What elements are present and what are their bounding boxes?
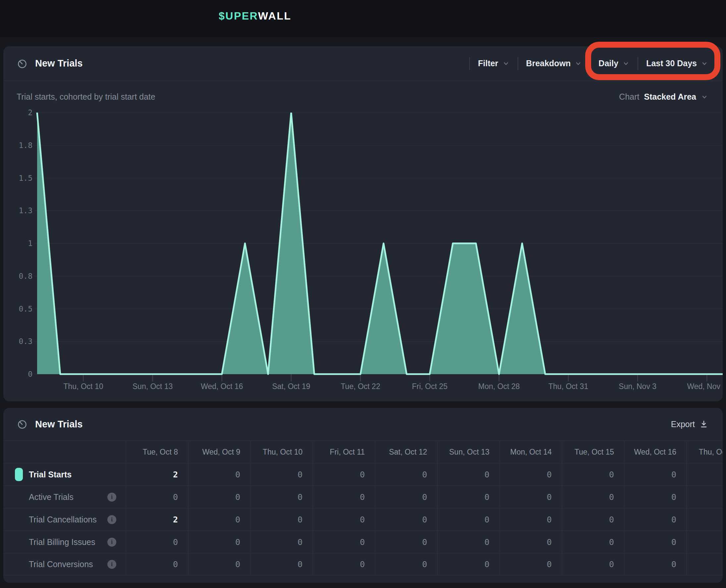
logo-accent-text: $UPER [219,10,258,22]
x-axis: Thu, Oct 10Sun, Oct 13Wed, Oct 16Sat, Oc… [3,382,723,395]
value-cell: 0 [437,508,499,530]
chart-panel-title: New Trials [35,58,82,69]
export-button[interactable]: Export [671,419,708,429]
timer-icon [17,419,28,430]
y-axis-label: 1 [28,239,33,248]
column-header: Thu, Oct 17 [686,441,723,463]
value-cell: 0 [312,508,375,530]
info-icon[interactable]: i [107,538,116,547]
value-cell: 0 [250,508,312,530]
divider [469,57,470,70]
value-cell: 0 [437,553,499,575]
value-cell: 0 [562,508,624,530]
value-cell: 0 [562,531,624,553]
row-label: Trial Conversions [29,560,93,569]
x-axis-label: Sat, Oct 19 [272,382,310,391]
value-cell: 0 [312,486,375,508]
chevron-down-icon [574,60,582,67]
y-axis-label: 0 [28,370,33,378]
breakdown-label: Breakdown [526,59,571,68]
row-label: Trial Billing Issues [29,537,96,547]
value-cell: 0 [562,553,624,575]
row-label-cell: Trial Cancellationsi [3,508,126,530]
date-range-dropdown[interactable]: Last 30 Days [646,59,708,68]
value-cell: 2 [126,463,188,485]
value-cell: 0 [188,486,250,508]
info-icon[interactable]: i [107,560,116,569]
chart-subhead: Trial starts, cohorted by trial start da… [3,81,723,112]
interval-value: Daily [599,59,618,68]
x-axis-label: Wed, Nov 6 [687,382,723,391]
value-cell: 0 [188,531,250,553]
y-axis-label: 1.8 [19,141,33,150]
breakdown-dropdown[interactable]: Breakdown [526,59,582,68]
chevron-down-icon [701,93,708,101]
value-cell [686,531,723,553]
value-cell: 0 [375,486,437,508]
value-cell: 0 [312,463,375,485]
new-trials-chart-panel: New Trials Filter Breakdown Daily [3,46,723,401]
y-axis-label: 1.5 [19,174,33,183]
interval-dropdown[interactable]: Daily [599,59,630,68]
value-cell: 0 [375,531,437,553]
chart-controls: Filter Breakdown Daily Last 30 Days [469,57,708,70]
divider [638,57,638,70]
table-row: Trial Billing Issuesi000000000 [3,530,723,553]
value-cell: 0 [126,553,188,575]
column-header: Sat, Oct 12 [375,441,437,463]
table-row: Trial Cancellationsi200000000 [3,508,723,530]
value-cell: 0 [188,508,250,530]
y-axis-label: 0.8 [19,272,33,280]
x-axis-label: Wed, Oct 16 [201,382,243,391]
x-axis-label: Thu, Oct 10 [63,382,103,391]
chart-type-value: Stacked Area [644,92,697,102]
value-cell [686,463,723,485]
value-cell: 0 [437,486,499,508]
value-cell: 0 [312,531,375,553]
value-cell: 0 [624,486,686,508]
info-icon[interactable]: i [107,492,116,502]
column-header: Thu, Oct 10 [250,441,312,463]
divider [590,57,590,70]
filter-dropdown[interactable]: Filter [478,59,509,68]
value-cell: 0 [624,531,686,553]
value-cell: 0 [499,531,562,553]
value-cell: 0 [375,508,437,530]
table-row: Active Trialsi000000000 [3,485,723,508]
value-cell: 0 [250,553,312,575]
column-header-empty [3,441,126,463]
info-icon[interactable]: i [107,515,116,524]
chevron-down-icon [502,60,510,67]
value-cell: 0 [562,486,624,508]
value-cell: 0 [499,463,562,485]
page: $UPERWALL New Trials Filter Breakdown [0,0,726,588]
chevron-down-icon [701,60,708,67]
table-panel-title: New Trials [35,419,82,430]
y-axis-label: 2 [28,108,33,117]
value-cell: 0 [499,508,562,530]
value-cell: 0 [312,553,375,575]
value-cell [686,508,723,530]
filter-label: Filter [478,59,498,68]
value-cell: 0 [375,463,437,485]
legend-swatch [15,468,23,481]
app-logo[interactable]: $UPERWALL [219,10,291,22]
chart-type-label: Chart [619,92,639,102]
divider [518,57,518,70]
value-cell [686,486,723,508]
new-trials-table-panel: New Trials Export Tue, Oct 8Wed, Oct 9Th… [3,408,723,583]
y-axis-label: 1.3 [19,206,33,215]
value-cell: 0 [624,508,686,530]
value-cell: 2 [126,508,188,530]
date-range-value: Last 30 Days [646,59,697,68]
value-cell: 0 [499,486,562,508]
chevron-down-icon [622,60,630,67]
table-title-group: New Trials [17,419,82,430]
table-panel-header: New Trials Export [3,408,723,440]
chart-type-dropdown[interactable]: Chart Stacked Area [619,92,708,102]
value-cell: 0 [188,553,250,575]
table-row: Trial Conversionsi000000000 [3,553,723,575]
column-header: Wed, Oct 9 [188,441,250,463]
area-chart[interactable] [35,112,723,381]
value-cell: 0 [250,486,312,508]
